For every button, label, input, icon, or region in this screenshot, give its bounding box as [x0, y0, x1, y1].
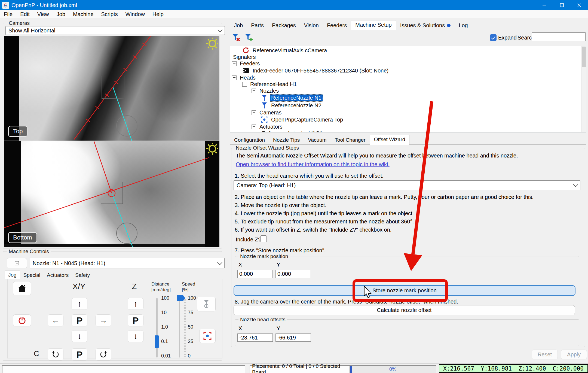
- tab-machine-setup[interactable]: Machine Setup: [351, 20, 396, 30]
- include-z-label: Include Z?: [236, 236, 261, 243]
- park-xy-button[interactable]: P: [72, 314, 87, 326]
- mark-x-input[interactable]: [237, 270, 273, 278]
- tab-offset-wizard[interactable]: Offset Wizard: [370, 135, 410, 145]
- apply-button[interactable]: Apply: [561, 350, 587, 359]
- jog-y-plus-button[interactable]: ↑: [72, 298, 87, 310]
- tree-expander-icon[interactable]: [252, 125, 256, 129]
- filter-clear-button[interactable]: [230, 32, 241, 43]
- position-camera-button[interactable]: [199, 329, 216, 343]
- menu-window[interactable]: Window: [122, 11, 149, 17]
- store-nozzle-mark-position-button[interactable]: Store nozzle mark position: [234, 285, 575, 296]
- tab-packages[interactable]: Packages: [268, 21, 300, 30]
- menu-scripts[interactable]: Scripts: [97, 11, 122, 17]
- tree-item-reference-virtual-axis[interactable]: ReferenceVirtualAxis cCamera: [230, 47, 586, 54]
- close-button[interactable]: [571, 0, 588, 10]
- jog-c-ccw-button[interactable]: [48, 348, 63, 360]
- mark-y-input[interactable]: [275, 270, 311, 278]
- maximize-button[interactable]: [553, 0, 571, 10]
- tree-item-reference-actuator[interactable]: ReferenceActuator VAC1: [230, 130, 586, 132]
- distance-slider-track[interactable]: [156, 298, 158, 357]
- reset-button[interactable]: Reset: [532, 350, 558, 359]
- jog-x-plus-button[interactable]: →: [96, 314, 111, 326]
- distance-slider-handle[interactable]: [155, 335, 159, 348]
- menu-view[interactable]: View: [33, 11, 53, 17]
- tab-configuration[interactable]: Configuration: [230, 136, 269, 144]
- calculate-nozzle-offset-button[interactable]: Calculate nozzle offset: [234, 305, 575, 315]
- tree-item-cameras[interactable]: Cameras: [230, 109, 586, 116]
- include-z-checkbox[interactable]: [260, 235, 267, 242]
- tree-scrollbar[interactable]: [581, 46, 586, 132]
- tab-vision[interactable]: Vision: [300, 21, 323, 30]
- tree-item-reference-nozzle-n1[interactable]: ReferenceNozzle N1: [230, 94, 586, 102]
- park-z-button[interactable]: P: [128, 314, 143, 326]
- park-nozzle-button[interactable]: [197, 297, 216, 311]
- camera-view-selector[interactable]: Show All Horizontal: [5, 26, 225, 35]
- tab-vacuum[interactable]: Vacuum: [304, 136, 330, 144]
- main-tab-bar: Job Parts Packages Vision Feeders Machin…: [230, 21, 586, 30]
- tree-item-nozzles[interactable]: Nozzles: [230, 87, 586, 94]
- menu-file[interactable]: File: [0, 11, 16, 17]
- camera-view-top[interactable]: Top: [4, 36, 219, 141]
- jog-z-minus-button[interactable]: ↓: [128, 330, 143, 342]
- head-camera-selector[interactable]: Camera: Top (Head: H1): [234, 180, 580, 190]
- arrow-right-icon: →: [99, 316, 108, 325]
- collapse-jog-button[interactable]: [7, 258, 27, 268]
- tab-log[interactable]: Log: [455, 21, 472, 30]
- speed-slider-track[interactable]: [179, 298, 180, 357]
- tree-item-signalers[interactable]: Signalers: [230, 54, 586, 60]
- jog-x-minus-button[interactable]: ←: [48, 314, 63, 326]
- tab-issues-solutions[interactable]: Issues & Solutions: [396, 21, 455, 30]
- tab-nozzle-tips[interactable]: Nozzle Tips: [269, 136, 304, 144]
- filter-add-button[interactable]: [243, 32, 254, 43]
- speed-header: Speed [%]: [182, 281, 195, 293]
- wizard-wiki-link[interactable]: Open browser to find further information…: [236, 161, 390, 168]
- expand-checkbox[interactable]: [490, 34, 497, 41]
- rotate-ccw-icon: [52, 351, 59, 358]
- menu-machine[interactable]: Machine: [69, 11, 97, 17]
- tab-actuators[interactable]: Actuators: [44, 271, 72, 279]
- home-button[interactable]: [13, 281, 31, 295]
- head-camera-selector-value: Camera: Top (Head: H1): [237, 182, 296, 189]
- search-input[interactable]: [532, 32, 586, 41]
- tree-expander-icon[interactable]: [252, 110, 256, 115]
- jog-c-cw-button[interactable]: [96, 348, 111, 360]
- jog-tool-selector[interactable]: Nozzle: N1 - N045 (Head: H1): [30, 258, 225, 268]
- tree-expander-icon[interactable]: [232, 61, 237, 66]
- tab-feeders[interactable]: Feeders: [323, 21, 351, 30]
- tree-item-reference-nozzle-n2[interactable]: ReferenceNozzle N2: [230, 102, 586, 109]
- park-c-button[interactable]: P: [72, 348, 87, 360]
- tab-jog[interactable]: Jog: [5, 271, 20, 279]
- tree-item-openpnp-capture-camera[interactable]: OpenPnpCaptureCamera Top: [230, 116, 586, 123]
- tab-tool-changer[interactable]: Tool Changer: [331, 136, 370, 144]
- tree-item-reference-head[interactable]: ReferenceHead H1: [230, 81, 586, 87]
- tree-expander-icon[interactable]: [242, 82, 247, 87]
- menu-edit[interactable]: Edit: [16, 11, 33, 17]
- offset-y-input[interactable]: [275, 333, 311, 342]
- tree-item-indexfeeder[interactable]: IndexFeeder 0670FF565457888367212340 (Sl…: [230, 67, 586, 74]
- jog-y-minus-button[interactable]: ↓: [72, 330, 87, 342]
- offset-x-input[interactable]: [237, 333, 273, 342]
- camera-view-bottom[interactable]: Bottom: [4, 141, 219, 247]
- nozzle-icon: [261, 94, 268, 101]
- menu-help[interactable]: Help: [149, 11, 167, 17]
- chevron-down-icon: [573, 182, 578, 187]
- tree-item-actuators[interactable]: Actuators: [230, 123, 586, 130]
- tree-expander-icon[interactable]: [252, 89, 256, 93]
- tree-scrollbar-thumb[interactable]: [582, 47, 586, 67]
- jog-z-plus-button[interactable]: ↑: [128, 298, 143, 310]
- arrow-up-icon: ↑: [78, 299, 82, 308]
- tab-special[interactable]: Special: [20, 271, 44, 279]
- menu-job[interactable]: Job: [53, 11, 69, 17]
- tree-item-feeders[interactable]: Feeders: [230, 60, 586, 67]
- tree-expander-icon[interactable]: [232, 75, 237, 80]
- tab-parts[interactable]: Parts: [247, 21, 268, 30]
- tab-safety[interactable]: Safety: [72, 271, 93, 279]
- minimize-button[interactable]: [536, 0, 553, 10]
- distance-tick: 0.01: [161, 353, 171, 359]
- title-bar: OpenPnP - Untitled.job.xml: [0, 0, 588, 10]
- chevron-down-icon: [217, 260, 222, 265]
- power-button[interactable]: [13, 314, 31, 326]
- tree-item-heads[interactable]: Heads: [230, 74, 586, 81]
- distance-tick: 10: [161, 310, 167, 316]
- tab-job[interactable]: Job: [230, 21, 247, 30]
